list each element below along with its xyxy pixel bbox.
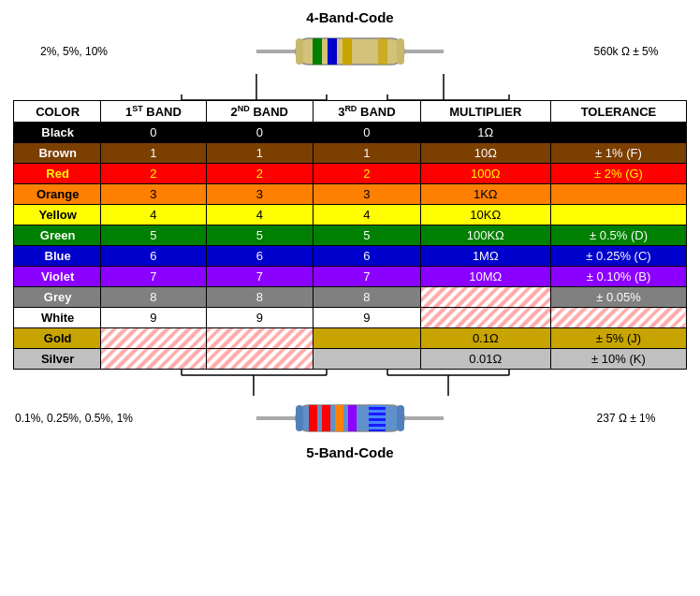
band4-diagram: 2%, 5%, 10% 560k Ω ± 5% [13, 29, 687, 74]
cell-band2: 7 [206, 267, 314, 287]
cell-band1: 8 [101, 287, 206, 308]
bottom-connectors [13, 370, 687, 396]
band4-resistor [256, 29, 444, 74]
header-band1: 1ST BAND [101, 101, 206, 123]
cell-tolerance: ± 5% (J) [550, 328, 686, 349]
svg-rect-30 [309, 405, 317, 431]
band4-label: 4-Band-Code [306, 9, 393, 25]
cell-color: Silver [14, 349, 101, 370]
svg-rect-4 [328, 38, 337, 65]
table-row: White999 [14, 308, 687, 328]
table-row: Red222100Ω± 2% (G) [14, 164, 687, 184]
table-row: Gold0.1Ω± 5% (J) [14, 328, 687, 349]
cell-band1: 3 [101, 184, 206, 205]
cell-tolerance: ± 2% (G) [550, 164, 686, 184]
table-row: Blue6661MΩ± 0.25% (C) [14, 246, 687, 267]
cell-tolerance: ± 0.05% [550, 287, 686, 308]
table-row: Brown11110Ω± 1% (F) [14, 143, 687, 164]
cell-band1: 5 [101, 225, 206, 246]
cell-band3: 2 [314, 164, 421, 184]
cell-band2: 6 [206, 246, 314, 267]
cell-multiplier: 0.1Ω [420, 328, 550, 349]
svg-rect-6 [378, 38, 387, 65]
cell-tolerance [550, 184, 686, 205]
cell-color: Orange [14, 184, 101, 205]
band5-right-label: 237 Ω ± 1% [565, 412, 687, 425]
band4-left-label: 2%, 5%, 10% [13, 45, 135, 58]
cell-band1: 7 [101, 267, 206, 287]
cell-multiplier: 1Ω [420, 123, 550, 143]
cell-band1: 2 [101, 164, 206, 184]
cell-tolerance: ± 0.25% (C) [550, 246, 686, 267]
svg-rect-37 [296, 405, 303, 431]
cell-color: Black [14, 123, 101, 143]
cell-band1: 9 [101, 308, 206, 328]
cell-tolerance: ± 0.10% (B) [550, 267, 686, 287]
cell-band2 [206, 328, 314, 349]
cell-band2: 8 [206, 287, 314, 308]
cell-band3: 9 [314, 308, 421, 328]
cell-band2: 3 [206, 184, 314, 205]
cell-band1 [101, 328, 206, 349]
cell-tolerance: ± 10% (K) [550, 349, 686, 370]
svg-rect-34 [369, 405, 386, 431]
cell-band2: 0 [206, 123, 314, 143]
cell-color: Grey [14, 287, 101, 308]
cell-multiplier [420, 287, 550, 308]
table-row: Green555100KΩ± 0.5% (D) [14, 225, 687, 246]
table-row: Silver0.01Ω± 10% (K) [14, 349, 687, 370]
cell-multiplier: 1MΩ [420, 246, 550, 267]
header-color: COLOR [14, 101, 101, 123]
cell-multiplier: 10KΩ [420, 205, 550, 225]
cell-band2 [206, 349, 314, 370]
table-row: Yellow44410KΩ [14, 205, 687, 225]
header-multiplier: MULTIPLIER [420, 101, 550, 123]
cell-band2: 4 [206, 205, 314, 225]
cell-color: Gold [14, 328, 101, 349]
cell-color: White [14, 308, 101, 328]
cell-band2: 5 [206, 225, 314, 246]
cell-tolerance: ± 0.5% (D) [550, 225, 686, 246]
svg-rect-31 [322, 405, 330, 431]
cell-color: Red [14, 164, 101, 184]
cell-multiplier: 100KΩ [420, 225, 550, 246]
cell-tolerance [550, 205, 686, 225]
band5-diagram: 0.1%, 0.25%, 0.5%, 1% 237 Ω ± 1% [13, 396, 687, 441]
cell-multiplier: 1KΩ [420, 184, 550, 205]
svg-rect-8 [397, 38, 404, 65]
cell-multiplier: 0.01Ω [420, 349, 550, 370]
table-row: Orange3331KΩ [14, 184, 687, 205]
svg-rect-38 [397, 405, 404, 431]
table-row: Violet77710MΩ± 0.10% (B) [14, 267, 687, 287]
cell-band3: 1 [314, 143, 421, 164]
cell-tolerance: ± 1% (F) [550, 143, 686, 164]
cell-tolerance [550, 123, 686, 143]
svg-rect-33 [348, 405, 357, 431]
cell-band1 [101, 349, 206, 370]
cell-band2: 2 [206, 164, 314, 184]
cell-band3: 5 [314, 225, 421, 246]
cell-band2: 9 [206, 308, 314, 328]
cell-color: Blue [14, 246, 101, 267]
cell-band3: 3 [314, 184, 421, 205]
cell-band1: 4 [101, 205, 206, 225]
cell-band3: 4 [314, 205, 421, 225]
cell-band1: 1 [101, 143, 206, 164]
cell-band3 [314, 349, 421, 370]
table-row: Grey888± 0.05% [14, 287, 687, 308]
header-band2: 2ND BAND [206, 101, 314, 123]
cell-band1: 6 [101, 246, 206, 267]
table-row: Black0001Ω [14, 123, 687, 143]
svg-rect-3 [313, 38, 322, 65]
top-connectors [13, 74, 687, 100]
band5-label: 5-Band-Code [306, 444, 393, 460]
cell-band2: 1 [206, 143, 314, 164]
band5-resistor [256, 396, 444, 441]
color-table: COLOR 1ST BAND 2ND BAND 3RD BAND MULTIPL… [13, 100, 687, 370]
cell-tolerance [550, 308, 686, 328]
cell-multiplier: 10Ω [420, 143, 550, 164]
cell-color: Violet [14, 267, 101, 287]
cell-multiplier: 10MΩ [420, 267, 550, 287]
cell-band3: 7 [314, 267, 421, 287]
cell-color: Brown [14, 143, 101, 164]
